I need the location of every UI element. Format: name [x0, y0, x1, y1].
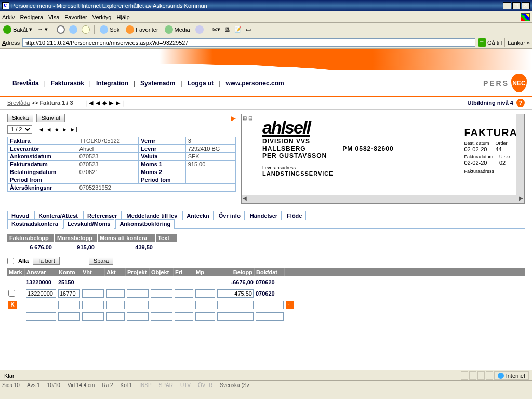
- search-icon: [100, 25, 108, 34]
- row3-proj[interactable]: [127, 301, 149, 309]
- stop-icon[interactable]: [57, 25, 65, 34]
- row3-belopp[interactable]: [217, 301, 254, 309]
- bc-pager[interactable]: ❘◀ ◀ ◆ ▶ ▶❘: [84, 100, 126, 107]
- row3-bokf[interactable]: [256, 301, 284, 309]
- row3-konto[interactable]: [58, 301, 80, 309]
- row2-konto[interactable]: [58, 289, 80, 298]
- row2-obj[interactable]: [151, 289, 172, 298]
- row2-mp[interactable]: [195, 289, 215, 298]
- help-icon[interactable]: ?: [516, 99, 525, 107]
- row2-proj[interactable]: [127, 289, 149, 298]
- row4-mp[interactable]: [195, 312, 215, 321]
- tab-levskuld[interactable]: Levskuld/Moms: [63, 219, 115, 229]
- close-button[interactable]: ✕: [522, 2, 530, 9]
- print-icon[interactable]: 🖶: [224, 26, 230, 33]
- tab-kostnads[interactable]: Kostnadskontera: [7, 219, 62, 229]
- menu-verktyg[interactable]: Verktyg: [92, 14, 112, 20]
- row2-vht[interactable]: [82, 289, 104, 298]
- tab-referenser[interactable]: Referenser: [83, 211, 121, 220]
- address-input[interactable]: [22, 38, 475, 47]
- nav-fakturasok[interactable]: Fakturasök: [46, 79, 89, 87]
- menu-visa[interactable]: Visa: [48, 14, 59, 20]
- alla-checkbox[interactable]: [7, 258, 14, 264]
- skrivut-button[interactable]: Skriv ut: [36, 114, 65, 122]
- menu-favoriter[interactable]: Favoriter: [64, 14, 87, 20]
- row4-vht[interactable]: [82, 312, 104, 321]
- row2-akt[interactable]: [106, 289, 125, 298]
- status-internet: Internet: [494, 371, 529, 380]
- row2-mark[interactable]: [8, 290, 15, 297]
- bc-brevlada[interactable]: Brevlåda: [7, 100, 30, 106]
- nav-loggaut[interactable]: Logga ut: [182, 79, 219, 87]
- address-label: Adress: [2, 39, 20, 46]
- nav-systemadm[interactable]: Systemadm: [135, 79, 180, 87]
- row2-ansvar[interactable]: [26, 289, 56, 298]
- back-button[interactable]: Bakåt ▾: [2, 25, 33, 34]
- maximize-button[interactable]: □: [512, 2, 521, 9]
- ie-icon: [2, 2, 9, 9]
- links-button[interactable]: Länkar »: [508, 39, 530, 46]
- tab-flode[interactable]: Flöde: [283, 211, 306, 220]
- media-button[interactable]: Media: [164, 25, 191, 34]
- nav-personec[interactable]: www.personec.com: [220, 79, 289, 87]
- menu-arkiv[interactable]: AArkivrkiv: [2, 14, 15, 20]
- minimize-button[interactable]: _: [503, 2, 511, 9]
- home-icon[interactable]: [82, 25, 90, 34]
- edit-icon[interactable]: 📝: [234, 26, 242, 33]
- back-icon: [3, 25, 11, 34]
- nav-integration[interactable]: Integration: [91, 79, 134, 87]
- media-icon: [165, 25, 173, 34]
- tab-meddelande[interactable]: Meddelande till lev: [123, 211, 182, 220]
- menu-redigera[interactable]: Redigera: [20, 14, 43, 20]
- row4-fri[interactable]: [175, 312, 193, 321]
- tab-ovrinfo[interactable]: Övr info: [215, 211, 245, 220]
- go-button[interactable]: Gå till: [478, 38, 502, 47]
- forward-arrow[interactable]: → ▾: [37, 26, 48, 33]
- tab-kontera[interactable]: Kontera/Attest: [34, 211, 82, 220]
- grid-row-4: [7, 311, 525, 322]
- tab-anteckn[interactable]: Anteckn: [182, 211, 213, 220]
- k-badge-icon[interactable]: K: [8, 301, 17, 309]
- status-cell-3: [477, 371, 485, 380]
- bc-faktura: Faktura 1 / 3: [39, 100, 73, 106]
- wb-vid: Vid 14,4 cm: [68, 382, 95, 388]
- tab-handelser[interactable]: Händelser: [246, 211, 282, 220]
- discuss-icon[interactable]: ▭: [246, 26, 251, 33]
- row2-belopp[interactable]: [217, 289, 254, 298]
- header-swoosh: [0, 49, 532, 70]
- row3-vht[interactable]: [82, 301, 104, 309]
- status-cell-2: [469, 371, 476, 380]
- page-arrows[interactable]: ❘◀ ◀ ◆ ▶ ▶❘: [35, 126, 79, 133]
- row4-bokf[interactable]: [256, 312, 284, 321]
- scan-hscroll[interactable]: [242, 195, 524, 203]
- history-icon[interactable]: [195, 25, 204, 34]
- page-select[interactable]: 1 / 2: [7, 125, 32, 134]
- row4-konto[interactable]: [58, 312, 80, 321]
- row4-belopp[interactable]: [217, 312, 254, 321]
- search-button[interactable]: Sök: [99, 25, 121, 34]
- collapse-icon[interactable]: ⊟: [248, 115, 252, 121]
- row4-akt[interactable]: [106, 312, 125, 321]
- spara-button[interactable]: Spara: [89, 257, 113, 265]
- row4-ansvar[interactable]: [26, 312, 56, 321]
- expand-icon[interactable]: ⊞: [243, 115, 247, 121]
- arrow-badge-icon[interactable]: ←: [286, 301, 294, 309]
- menu-hjalp[interactable]: Hjälp: [116, 14, 129, 20]
- favorites-button[interactable]: Favoriter: [125, 25, 159, 34]
- row3-akt[interactable]: [106, 301, 125, 309]
- row3-ansvar[interactable]: [26, 301, 56, 309]
- tab-huvud[interactable]: Huvud: [7, 211, 33, 220]
- tab-ankomst[interactable]: Ankomstbokföring: [115, 219, 175, 229]
- row2-fri[interactable]: [175, 289, 193, 298]
- row3-mp[interactable]: [195, 301, 215, 309]
- nav-brevlada[interactable]: Brevlåda: [7, 79, 44, 87]
- row4-obj[interactable]: [151, 312, 172, 321]
- row3-obj[interactable]: [151, 301, 172, 309]
- flag-icon[interactable]: ▶: [231, 114, 236, 122]
- skicka-button[interactable]: Skicka: [7, 114, 33, 122]
- mail-icon[interactable]: ✉▾: [212, 26, 220, 33]
- row4-proj[interactable]: [127, 312, 149, 321]
- tabort-button[interactable]: Ta bort: [33, 257, 60, 265]
- row3-fri[interactable]: [175, 301, 193, 309]
- refresh-icon[interactable]: [69, 25, 77, 34]
